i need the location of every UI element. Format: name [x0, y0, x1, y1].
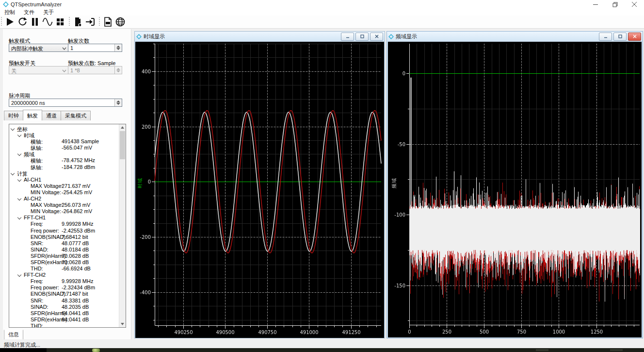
channel-grid-button[interactable] [54, 16, 66, 28]
pretrigger-points-spinbox[interactable]: 1 *8 [68, 66, 122, 74]
tree-row[interactable]: AI-CH2 [9, 196, 119, 202]
sine-wave-icon [42, 17, 53, 27]
expander-icon[interactable] [11, 171, 15, 175]
tab-4[interactable]: 采集模式 [61, 111, 91, 120]
measurement-tree[interactable]: 坐标时域横轴:491438 Sample纵轴:-565.047 mV频域横轴:-… [9, 124, 126, 328]
tree-row[interactable]: AI-CH1 [9, 177, 119, 183]
tree-row[interactable]: 横轴:-78.4752 MHz [9, 157, 119, 164]
tree-row[interactable]: 频域 [9, 151, 119, 157]
tree-row[interactable]: MAX Voltage:256.073 mV [9, 202, 119, 208]
scroll-down-button[interactable] [119, 321, 126, 327]
expander-icon[interactable] [17, 178, 21, 182]
tree-row[interactable]: SNR:48.3381 dB [9, 298, 119, 304]
taskbar-app-icon[interactable] [92, 349, 100, 352]
time-plot-area[interactable]: 时域 [135, 42, 384, 337]
menu-item-1[interactable]: 控制 [0, 9, 19, 16]
trigger-count-spinbox[interactable]: 1 [68, 44, 122, 52]
tab-2[interactable]: 触发 [23, 110, 42, 120]
close-button[interactable] [370, 33, 383, 41]
export-doc-button[interactable] [72, 16, 83, 28]
scroll-up-button[interactable] [119, 124, 126, 131]
tree-scrollbar[interactable] [119, 124, 126, 327]
tree-row[interactable]: FFT-CH1 [9, 215, 119, 221]
freq-domain-window: 频域显示 频域 [386, 31, 643, 338]
tree-row[interactable]: MIN Voltage:-254.425 mV [9, 189, 119, 196]
tree-row[interactable]: 纵轴:-565.047 mV [9, 145, 119, 151]
sine-wave-button[interactable] [42, 16, 53, 28]
tree-row[interactable]: ENOB(SINAD):7.68412 bit [9, 234, 119, 240]
tab-3[interactable]: 通道 [42, 111, 61, 120]
tree-row[interactable]: 纵轴:-184.728 dBm [9, 164, 119, 170]
status-message: 频域计算完成... [4, 341, 40, 349]
tree-row[interactable]: SFDR(exHarm):70.0628 dB [9, 259, 119, 266]
tree-row[interactable]: SFDR(inHarm):70.0628 dB [9, 253, 119, 259]
tree-row[interactable]: THD: [9, 323, 119, 327]
expander-icon[interactable] [17, 152, 21, 156]
minimize-button[interactable] [341, 33, 354, 41]
tree-value: -66.6924 dB [62, 266, 91, 271]
tree-row[interactable]: SINAD:48.0184 dB [9, 247, 119, 253]
pulse-period-spinbox[interactable]: 200000000 ns [9, 99, 122, 107]
minimize-button[interactable] [599, 33, 612, 41]
chevron-down-icon [62, 46, 67, 52]
time-window-title: 时域显示 [144, 33, 339, 40]
pdf-doc-button[interactable] [102, 16, 113, 28]
expander-icon[interactable] [17, 273, 21, 277]
tree-row[interactable]: SNR:48.0777 dB [9, 240, 119, 247]
os-taskbar[interactable] [0, 348, 644, 352]
maximize-button[interactable] [355, 33, 369, 41]
time-domain-chart[interactable] [135, 42, 384, 338]
globe-button[interactable] [114, 16, 126, 28]
tree-label: Freq power: [31, 285, 59, 290]
tree-row[interactable]: SFDR(exHarm):64.0441 dB [9, 317, 119, 323]
pause-icon [30, 17, 40, 27]
tree-row[interactable]: 横轴:491438 Sample [9, 138, 119, 145]
spin-buttons[interactable] [114, 67, 122, 74]
tree-row[interactable]: Freq power:-2.42553 dBm [9, 228, 119, 234]
tree-row[interactable]: ENOB(SINAD):7.71487 bit [9, 291, 119, 297]
freq-plot-area[interactable]: 频域 [388, 42, 642, 337]
time-window-titlebar[interactable]: 时域显示 [135, 32, 385, 41]
toolbar-grip[interactable] [69, 17, 70, 27]
pretrigger-switch-select[interactable]: 关 [9, 66, 68, 74]
tree-row[interactable]: THD:-66.6924 dB [9, 266, 119, 272]
loop-button[interactable] [16, 16, 28, 28]
time-domain-window: 时域显示 时域 [134, 31, 385, 338]
tree-row[interactable]: Freq:9.99928 MHz [9, 278, 119, 285]
tree-row[interactable]: FFT-CH2 [9, 272, 119, 278]
menu-item-2[interactable]: 文件 [19, 9, 39, 16]
restore-button[interactable] [605, 0, 625, 9]
expander-icon[interactable] [11, 127, 15, 131]
tree-row[interactable]: 坐标 [9, 126, 119, 132]
tree-row[interactable]: Freq power:-2.32434 dBm [9, 285, 119, 291]
trigger-mode-select[interactable]: 内部脉冲触发 [9, 44, 68, 52]
minimize-button[interactable] [586, 0, 605, 9]
tree-label: Freq: [31, 221, 43, 227]
close-button[interactable] [628, 33, 641, 41]
export-arrow-button[interactable] [84, 16, 96, 28]
pause-button[interactable] [29, 16, 41, 28]
spin-buttons[interactable] [114, 44, 122, 51]
scrollbar-thumb[interactable] [120, 131, 125, 159]
freq-domain-chart[interactable] [388, 42, 642, 337]
tree-row[interactable]: MIN Voltage:-264.862 mV [9, 208, 119, 215]
tree-row[interactable]: SINAD:48.2035 dB [9, 304, 119, 310]
tree-row[interactable]: SFDR(inHarm):64.0441 dB [9, 310, 119, 317]
expander-icon[interactable] [17, 197, 21, 201]
tab-info[interactable]: 信息 [4, 330, 23, 340]
spin-buttons[interactable] [114, 99, 122, 106]
menu-item-3[interactable]: 关于 [39, 9, 58, 16]
expander-icon[interactable] [17, 216, 21, 219]
freq-window-titlebar[interactable]: 频域显示 [387, 32, 643, 41]
tree-row[interactable]: Freq:9.99928 MHz [9, 221, 119, 227]
tab-1[interactable]: 时钟 [4, 111, 23, 120]
toolbar-grip[interactable] [1, 17, 2, 27]
close-button[interactable] [625, 0, 644, 9]
tree-row[interactable]: 计算 [9, 170, 119, 177]
toolbar-grip[interactable] [99, 17, 100, 27]
play-button[interactable] [4, 16, 16, 28]
maximize-button[interactable] [613, 33, 627, 41]
expander-icon[interactable] [17, 133, 21, 137]
tree-row[interactable]: 时域 [9, 132, 119, 138]
tree-row[interactable]: MAX Voltage:271.637 mV [9, 183, 119, 189]
